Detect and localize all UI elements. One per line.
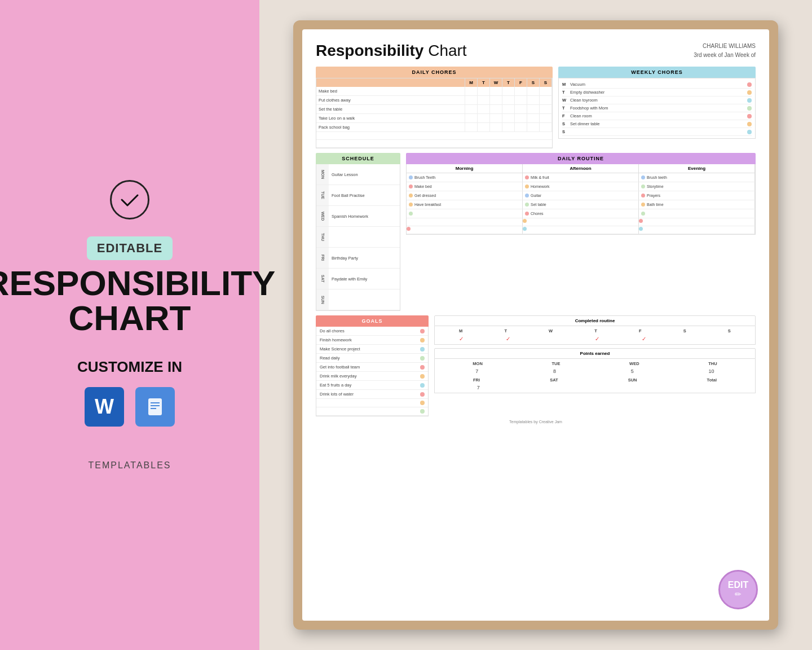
points-row2-days: FRI SAT SUN Total	[438, 377, 752, 383]
goal-6: Drink milk everyday	[316, 372, 428, 381]
goal-2: Finish homework	[316, 336, 428, 345]
pencil-icon: ✏	[735, 590, 742, 599]
user-name: CHARLIE WILLIAMS	[694, 42, 756, 51]
points-row1-days: MON TUE WED THU	[438, 361, 752, 366]
customize-label: CUSTOMIZE IN	[77, 358, 182, 376]
chores-label: Chores	[531, 212, 544, 216]
points-header: Points earned	[434, 348, 756, 359]
doc-title: Responsibility Chart	[316, 42, 467, 60]
bottom-section: GOALS Do all chores Finish homework Make…	[316, 315, 756, 416]
get-into-football-label: Get into football team	[320, 364, 360, 370]
points-row1-vals: 7 8 5 10	[438, 368, 752, 374]
goals-header: GOALS	[316, 315, 429, 327]
routine-row-2: Make bed Homework	[407, 182, 755, 191]
routine-row-4: Have breakfast Set table	[407, 200, 755, 209]
afternoon-item-2: Homework	[525, 184, 636, 189]
evening-item-1: Brush teeth	[641, 175, 752, 180]
routine-row-5: Chores	[407, 209, 755, 218]
morning-item-5	[409, 211, 520, 216]
weekly-list: M Vacuum T Empty dishwasher W Clean toyr…	[558, 78, 756, 139]
routine-row-3: Get dressed Guitar	[407, 191, 755, 200]
doc-header: Responsibility Chart CHARLIE WILLIAMS 3r…	[316, 42, 756, 60]
sun-header: S	[540, 78, 552, 87]
middle-section: SCHEDULE MON Guitar Lesson TUE Foot Ball…	[316, 153, 756, 311]
weekly-row-m: M Vacuum	[562, 81, 752, 89]
daily-chores-header: DAILY CHORES	[316, 67, 553, 78]
app-icons: W	[85, 387, 175, 427]
doc-inner: Responsibility Chart CHARLIE WILLIAMS 3r…	[302, 29, 769, 621]
weekly-row-w: W Clean toyroom	[562, 96, 752, 104]
chore-row-1: Make bed	[316, 87, 465, 96]
evening-label: Evening	[639, 164, 755, 173]
bath-time-label: Bath time	[647, 203, 664, 207]
templatables-label: TEMPLATABLES	[89, 460, 171, 471]
completed-days: M T W T F S S	[438, 328, 752, 333]
user-week: 3rd week of Jan Week of	[694, 51, 756, 60]
sched-sun: SUN	[316, 289, 400, 310]
morning-item-3: Get dressed	[409, 193, 520, 198]
wed-header: W	[490, 78, 502, 87]
check-icon	[110, 180, 149, 219]
chores-grid: M T W T F S S Make bed Put clothes away …	[316, 78, 553, 148]
editable-badge: EDITABLE	[87, 236, 173, 260]
goals-body: Do all chores Finish homework Make Scien…	[316, 327, 429, 416]
routine-header: DAILY ROUTINE	[406, 153, 756, 164]
chore-row-2: Put clothes away	[316, 96, 465, 105]
schedule-header: SCHEDULE	[316, 153, 400, 164]
daily-chores: DAILY CHORES M T W T F S S Make bed	[316, 67, 553, 148]
sched-wed: WED Spanish Homework	[316, 206, 400, 227]
routine-body: Morning Afternoon Evening Brush Teeth	[406, 164, 756, 235]
afternoon-label: Afternoon	[523, 164, 639, 173]
top-section: DAILY CHORES M T W T F S S Make bed	[316, 67, 756, 148]
routine-subheader: Morning Afternoon Evening	[407, 164, 755, 173]
weekly-row-s1: S Set dinner table	[562, 120, 752, 128]
empty-col-header	[316, 78, 465, 87]
mon-header: M	[465, 78, 478, 87]
weekly-chores-header: WEEKLY CHORES	[558, 67, 756, 78]
morning-item-2: Make bed	[409, 184, 520, 189]
main-title: RESPONSIBILITYCHART	[0, 266, 275, 336]
afternoon-item-5: Chores	[525, 211, 636, 216]
weekly-chores: WEEKLY CHORES M Vacuum T Empty dishwashe…	[558, 67, 756, 148]
completed-header: Completed routine	[434, 315, 756, 326]
doc-frame: Responsibility Chart CHARLIE WILLIAMS 3r…	[293, 20, 778, 630]
chore-row-3: Set the table	[316, 105, 465, 114]
goal-3: Make Science project	[316, 345, 428, 354]
doc-user-info: CHARLIE WILLIAMS 3rd week of Jan Week of	[694, 42, 756, 60]
goal-1: Do all chores	[316, 327, 428, 336]
daily-routine: DAILY ROUTINE Morning Afternoon Evening	[406, 153, 756, 311]
weekly-row-t2: T Foodshop with Mom	[562, 104, 752, 112]
chore-row-4: Take Leo on a walk	[316, 114, 465, 123]
word-icon: W	[85, 387, 124, 427]
left-panel: EDITABLE RESPONSIBILITYCHART CUSTOMIZE I…	[0, 0, 259, 650]
svg-rect-0	[148, 398, 162, 415]
routine-row-6	[407, 218, 755, 226]
morning-item-4: Have breakfast	[409, 202, 520, 207]
sat-header: S	[527, 78, 540, 87]
editable-label: EDITABLE	[97, 241, 162, 255]
points-body: MON TUE WED THU 7 8 5 10 FRI	[434, 359, 756, 393]
sched-fri: FRI Birthday Party	[316, 248, 400, 269]
sched-tue: TUE Foot Ball Practise	[316, 185, 400, 206]
evening-item-2: Storytime	[641, 184, 752, 189]
afternoon-item-4: Set table	[525, 202, 636, 207]
chore-row-5: Pack school bag	[316, 123, 465, 132]
empty-dishwasher-label: Empty dishwasher	[570, 90, 604, 95]
goal-10	[316, 407, 428, 416]
edit-badge[interactable]: EDIT ✏	[718, 570, 758, 609]
footer-text: Templatables by Creative Jam	[316, 420, 756, 424]
goal-4: Read daily	[316, 354, 428, 363]
morning-label: Morning	[407, 164, 523, 173]
sched-mon: MON Guitar Lesson	[316, 164, 400, 185]
schedule: SCHEDULE MON Guitar Lesson TUE Foot Ball…	[316, 153, 400, 311]
goal-7: Eat 5 fruits a day	[316, 381, 428, 390]
afternoon-item-3: Guitar	[525, 193, 636, 198]
evening-item-5	[641, 211, 752, 216]
routine-row-1: Brush Teeth Milk & fruit	[407, 173, 755, 182]
points-row2-vals: 7	[438, 385, 752, 390]
goal-9	[316, 399, 428, 407]
goals: GOALS Do all chores Finish homework Make…	[316, 315, 429, 416]
right-panel: Responsibility Chart CHARLIE WILLIAMS 3r…	[259, 0, 812, 650]
completed-body: M T W T F S S ✓ ✓ ✓	[434, 326, 756, 345]
edit-label: EDIT	[728, 581, 748, 590]
